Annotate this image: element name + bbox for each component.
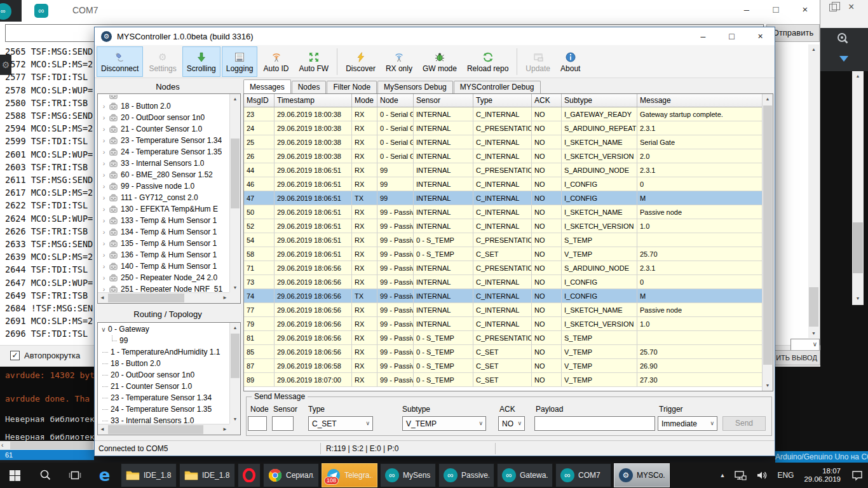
table-row-msg-24[interactable]: 2429.06.2019 18:00:38RX0 - Serial Gatewa… bbox=[244, 121, 762, 135]
minimize-icon[interactable]: – bbox=[689, 27, 717, 45]
tree-item-node-24[interactable]: ›24 - Temperature Sensor 1.35 bbox=[98, 146, 229, 158]
task-view-button[interactable] bbox=[60, 463, 90, 488]
routing-item-0[interactable]: ∨0 - Gateway bbox=[98, 323, 229, 335]
chevron-right-icon[interactable]: › bbox=[100, 274, 108, 281]
close-icon[interactable]: × bbox=[848, 1, 854, 13]
table-row-msg-52[interactable]: 5229.06.2019 18:06:51RX99 - PassiveINTER… bbox=[244, 219, 762, 233]
chevron-right-icon[interactable]: › bbox=[100, 285, 108, 292]
column-header-type[interactable]: Type bbox=[473, 94, 532, 107]
scroll-down-icon[interactable]: ▼ bbox=[852, 294, 864, 303]
column-header-message[interactable]: Message bbox=[637, 94, 762, 107]
chevron-right-icon[interactable]: › bbox=[100, 171, 108, 179]
column-header-ack[interactable]: ACK bbox=[532, 94, 562, 107]
scroll-right-icon[interactable]: ► bbox=[222, 293, 227, 303]
toolbar-button-logging[interactable]: Logging bbox=[222, 46, 258, 77]
taskbar-app-ide-1-8[interactable]: IDE_1.8.... bbox=[121, 463, 177, 487]
scroll-down-icon[interactable]: ▼ bbox=[763, 381, 773, 391]
tree-item-node-251[interactable]: ›251 - Repeater Node NRF_51 bbox=[98, 283, 229, 292]
action-center-icon[interactable] bbox=[846, 463, 868, 488]
taskbar-app-opera-icon[interactable] bbox=[238, 463, 261, 487]
taskbar-search-button[interactable] bbox=[30, 463, 60, 488]
tab-nodes[interactable]: Nodes bbox=[292, 81, 327, 93]
scroll-up-icon[interactable]: ▲ bbox=[852, 71, 864, 81]
table-row-msg-89[interactable]: 8929.06.2019 18:07:00RX99 - Passive0 - S… bbox=[244, 373, 762, 387]
minimize-icon[interactable]: – bbox=[732, 0, 761, 19]
column-header-subtype[interactable]: Subtype bbox=[562, 94, 637, 107]
trigger-select[interactable]: Immediate ∨ bbox=[658, 416, 717, 431]
ack-select[interactable]: NO ∨ bbox=[498, 416, 525, 431]
nodes-vertical-scrollbar[interactable]: ▲ ▼ bbox=[229, 94, 240, 292]
scroll-down-icon[interactable]: ▼ bbox=[808, 329, 819, 338]
close-icon[interactable]: × bbox=[746, 27, 775, 45]
chevron-right-icon[interactable]: › bbox=[100, 262, 108, 270]
column-header-node[interactable]: Node bbox=[377, 94, 414, 107]
nodes-horizontal-scrollbar[interactable]: ◄ ► bbox=[98, 292, 229, 303]
tray-expand-icon[interactable]: ▲ bbox=[715, 463, 730, 488]
maximize-icon[interactable]: □ bbox=[761, 0, 790, 19]
toolbar-button-rx-only[interactable]: RX only bbox=[381, 46, 417, 77]
ide-horizontal-scrollbar[interactable]: ‹ bbox=[0, 441, 94, 450]
tree-item-node-133[interactable]: ›133 - Temp & Hum Sensor 1 bbox=[98, 215, 229, 226]
tree-item-node-136[interactable]: ›136 - Temp & Hum Sensor 1 bbox=[98, 249, 229, 261]
scroll-right-icon[interactable]: ► bbox=[222, 424, 227, 435]
tree-item-node-250[interactable]: ›250 - Repeater Node_24 2.0 bbox=[98, 272, 229, 283]
table-row-msg-74[interactable]: 7429.06.2019 18:06:56TX99 - PassiveINTER… bbox=[244, 289, 762, 303]
chevron-right-icon[interactable]: › bbox=[100, 148, 108, 156]
toolbar-button-discover[interactable]: Discover bbox=[341, 46, 380, 77]
scroll-up-icon[interactable]: ▲ bbox=[230, 323, 240, 332]
baud-rate-select[interactable]: ∨ bbox=[790, 339, 820, 351]
taskbar-app-com7[interactable]: ∞COM7 bbox=[555, 463, 611, 487]
table-row-msg-44[interactable]: 4429.06.2019 18:06:51RX99INTERNALC_PRESE… bbox=[244, 163, 762, 177]
scroll-down-icon[interactable]: ▼ bbox=[230, 283, 240, 292]
table-row-msg-47[interactable]: 4729.06.2019 18:06:51TX99INTERNALC_INTER… bbox=[244, 191, 762, 205]
table-row-msg-77[interactable]: 7729.06.2019 18:06:56RX99 - PassiveINTER… bbox=[244, 303, 762, 317]
serial-vertical-scrollbar[interactable]: ▲ ▼ bbox=[808, 44, 819, 338]
tree-item-node-18[interactable]: ›18 - Button 2.0 bbox=[98, 100, 229, 112]
chevron-right-icon[interactable]: › bbox=[100, 205, 108, 213]
toolbar-button-auto-fw[interactable]: Auto FW bbox=[295, 46, 334, 77]
scroll-up-icon[interactable]: ▲ bbox=[808, 44, 819, 54]
column-header-mode[interactable]: Mode bbox=[352, 94, 377, 107]
chevron-right-icon[interactable]: › bbox=[100, 251, 108, 259]
taskbar-app-gatewa[interactable]: ∞Gatewa... bbox=[497, 463, 553, 487]
table-row-msg-50[interactable]: 5029.06.2019 18:06:51RX99 - PassiveINTER… bbox=[244, 205, 762, 219]
chevron-right-icon[interactable]: › bbox=[100, 182, 108, 190]
routing-item-99[interactable]: 99 bbox=[98, 335, 229, 346]
table-vertical-scrollbar[interactable]: ▲ ▼ bbox=[762, 94, 773, 391]
tree-item-node-33[interactable]: ›33 - Internal Sensors 1.0 bbox=[98, 158, 229, 169]
taskbar-app-telegra[interactable]: Telegra...108 bbox=[322, 463, 377, 487]
column-header-sensor[interactable]: Sensor bbox=[414, 94, 473, 107]
type-select[interactable]: C_SET ∨ bbox=[308, 416, 373, 431]
taskbar-app-mysco[interactable]: ⚙MYSCo... bbox=[614, 463, 670, 487]
send-button[interactable]: Send bbox=[722, 416, 766, 431]
restore-icon[interactable] bbox=[829, 4, 837, 11]
scroll-left-icon[interactable]: ◄ bbox=[100, 424, 105, 435]
routing-item-18[interactable]: 18 - Button 2.0 bbox=[98, 358, 229, 369]
table-row-msg-58[interactable]: 5829.06.2019 18:06:51RX99 - Passive0 - S… bbox=[244, 247, 762, 261]
scroll-thumb[interactable] bbox=[809, 287, 818, 327]
scroll-left-icon[interactable]: ‹ bbox=[1, 441, 3, 450]
tree-item-node-130[interactable]: ›130 - EFEKTA Temp&Hum E bbox=[98, 203, 229, 215]
scroll-left-icon[interactable]: ◄ bbox=[100, 293, 105, 303]
column-header-timestamp[interactable]: Timestamp bbox=[275, 94, 352, 107]
tree-item-node-21[interactable]: ›21 - Counter Sensor 1.0 bbox=[98, 123, 229, 135]
toolbar-button-reload-repo[interactable]: Reload repo bbox=[463, 46, 513, 77]
taskbar-edge-button[interactable]: e bbox=[90, 463, 119, 488]
tree-item-node-99[interactable]: ›99 - Passive node 1.0 bbox=[98, 180, 229, 192]
routing-item-33[interactable]: 33 - Internal Sensors 1.0 bbox=[98, 415, 229, 424]
table-row-msg-87[interactable]: 8729.06.2019 18:06:58RX99 - Passive0 - S… bbox=[244, 359, 762, 373]
scroll-down-icon[interactable]: ▼ bbox=[230, 414, 240, 424]
scroll-up-icon[interactable]: ▲ bbox=[230, 94, 240, 104]
chevron-right-icon[interactable]: › bbox=[100, 194, 108, 201]
tree-item-node-134[interactable]: ›134 - Temp & Hum Sensor 1 bbox=[98, 226, 229, 238]
chevron-right-icon[interactable]: › bbox=[100, 114, 108, 121]
toolbar-button-settings[interactable]: ⚙Settings bbox=[144, 46, 180, 77]
taskbar-app-[interactable]: Сериал... bbox=[263, 463, 319, 487]
column-header-msgid[interactable]: MsgID bbox=[244, 94, 275, 107]
tree-item-node-135[interactable]: ›135 - Temp & Hum Sensor 1 bbox=[98, 238, 229, 249]
chevron-right-icon[interactable]: › bbox=[100, 125, 108, 133]
toolbar-button-gw-mode[interactable]: GW mode bbox=[418, 46, 461, 77]
taskbar-app-passive[interactable]: ∞Passive... bbox=[438, 463, 494, 487]
chevron-right-icon[interactable]: › bbox=[100, 137, 108, 144]
tree-item-node-20[interactable]: ›20 - OutDoor sensor 1n0 bbox=[98, 112, 229, 123]
